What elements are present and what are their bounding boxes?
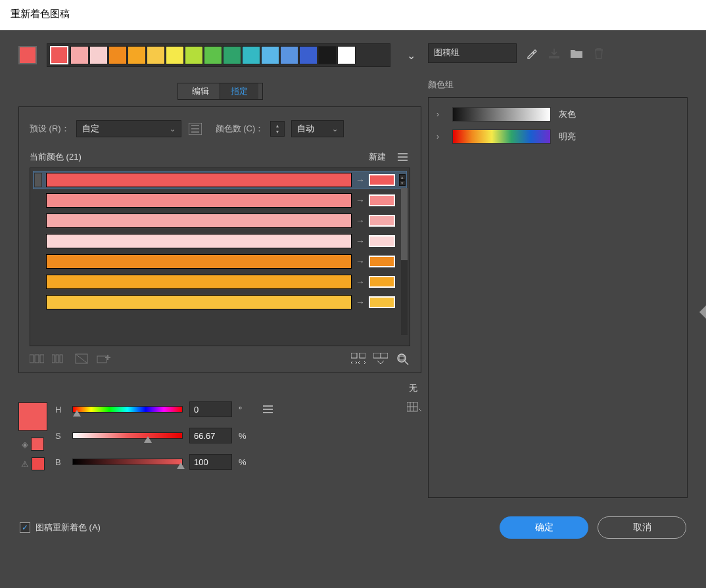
color-group-item[interactable]: ›明亮 xyxy=(434,125,682,148)
svg-rect-6 xyxy=(40,355,44,363)
color-groups-panel: ›灰色›明亮 xyxy=(428,97,688,498)
new-row-icon[interactable] xyxy=(97,353,111,365)
bri-input[interactable] xyxy=(189,454,232,470)
sat-slider[interactable] xyxy=(72,432,183,439)
separate-icon[interactable] xyxy=(351,353,365,365)
group-name: 明亮 xyxy=(559,131,576,143)
palette-swatch[interactable] xyxy=(108,46,127,64)
palette-swatch[interactable] xyxy=(166,46,184,64)
sort-lightness-icon[interactable] xyxy=(52,353,66,365)
expand-panel-icon[interactable] xyxy=(699,305,706,319)
row-handle[interactable] xyxy=(34,173,42,187)
color-mapping-row[interactable]: → xyxy=(33,252,407,271)
bri-unit: % xyxy=(239,457,247,467)
svg-line-11 xyxy=(76,354,87,363)
preset-select[interactable]: 自定⌄ xyxy=(76,120,181,137)
palette-swatch[interactable] xyxy=(318,46,337,64)
palette-swatch[interactable] xyxy=(89,46,108,64)
color-mapping-row[interactable]: → xyxy=(33,293,407,311)
ok-button[interactable]: 确定 xyxy=(500,516,588,539)
palette-swatch[interactable] xyxy=(50,46,68,64)
from-color-bar[interactable] xyxy=(46,275,352,289)
palette-swatch[interactable] xyxy=(242,46,260,64)
palette-dropdown[interactable]: ⌄ xyxy=(400,43,421,67)
to-color-chip[interactable] xyxy=(369,276,395,288)
color-mapping-row[interactable]: → xyxy=(33,273,407,291)
arrow-icon: → xyxy=(356,277,365,287)
color-mapping-row[interactable]: → xyxy=(33,191,407,210)
to-color-chip[interactable] xyxy=(369,174,395,186)
colorcount-stepper[interactable]: ▴▾ xyxy=(270,121,285,137)
cancel-button[interactable]: 取消 xyxy=(598,516,686,539)
hsb-menu-icon[interactable] xyxy=(260,403,275,416)
color-group-item[interactable]: ›灰色 xyxy=(434,103,682,125)
palette-swatch[interactable] xyxy=(299,46,318,64)
artwork-palette[interactable] xyxy=(47,43,390,67)
new-column-label: 新建 xyxy=(369,151,386,163)
from-color-bar[interactable] xyxy=(46,254,352,269)
svg-rect-12 xyxy=(97,356,106,363)
sat-label: S xyxy=(55,431,66,441)
arrow-icon: → xyxy=(356,215,365,226)
hue-slider[interactable] xyxy=(72,406,183,413)
from-color-bar[interactable] xyxy=(46,214,352,228)
svg-rect-5 xyxy=(35,355,39,363)
sort-hue-icon[interactable] xyxy=(30,353,44,365)
tab-edit[interactable]: 编辑 xyxy=(181,83,220,99)
bri-slider[interactable] xyxy=(72,459,183,465)
arrow-icon: → xyxy=(356,236,365,246)
palette-swatch[interactable] xyxy=(223,46,241,64)
eyedropper-icon[interactable] xyxy=(525,46,539,60)
palette-swatch[interactable] xyxy=(185,46,203,64)
artwork-group-field[interactable]: 图稿组 xyxy=(428,43,517,63)
svg-rect-4 xyxy=(30,355,34,363)
svg-rect-16 xyxy=(360,353,365,358)
palette-swatch[interactable] xyxy=(337,46,356,64)
chip-stepper[interactable]: ▴▾ xyxy=(399,174,406,186)
websafe-swatch[interactable] xyxy=(31,438,44,451)
swatches-grid-icon[interactable] xyxy=(407,402,421,413)
to-color-chip[interactable] xyxy=(369,194,395,206)
to-color-chip[interactable] xyxy=(369,296,395,308)
list-scrollbar[interactable] xyxy=(401,188,408,335)
sat-input[interactable] xyxy=(189,428,232,443)
svg-rect-7 xyxy=(52,355,55,363)
from-color-bar[interactable] xyxy=(46,173,352,187)
merge-icon[interactable] xyxy=(373,353,388,365)
tab-assign[interactable]: 指定 xyxy=(220,83,258,99)
folder-icon[interactable] xyxy=(569,46,584,60)
hue-label: H xyxy=(55,405,66,415)
palette-swatch[interactable] xyxy=(147,46,165,64)
palette-swatch[interactable] xyxy=(280,46,298,64)
group-name: 灰色 xyxy=(559,108,576,120)
assign-panel: 预设 (R)： 自定⌄ 颜色数 (C)： ▴▾ 自动⌄ 当前颜色 (21) 新建 xyxy=(18,106,421,373)
color-mapping-row[interactable]: → xyxy=(33,232,407,250)
from-color-bar[interactable] xyxy=(46,234,352,248)
list-menu-icon[interactable] xyxy=(395,150,410,164)
palette-swatch[interactable] xyxy=(128,46,146,64)
to-color-chip[interactable] xyxy=(369,235,395,247)
color-mapping-row[interactable]: →▴▾ xyxy=(33,171,407,189)
hue-input[interactable] xyxy=(189,401,232,417)
exclude-icon[interactable] xyxy=(74,353,89,365)
hue-unit: ° xyxy=(239,405,242,415)
to-color-chip[interactable] xyxy=(369,256,395,267)
preset-label: 预设 (R)： xyxy=(30,123,70,135)
find-icon[interactable] xyxy=(396,353,410,365)
palette-swatch[interactable] xyxy=(70,46,89,64)
palette-swatch[interactable] xyxy=(261,46,279,64)
colorcount-select[interactable]: 自动⌄ xyxy=(291,120,344,137)
gamut-swatch[interactable] xyxy=(32,457,45,470)
preset-options-icon[interactable] xyxy=(188,122,202,136)
palette-swatch[interactable] xyxy=(204,46,222,64)
arrow-icon: → xyxy=(356,297,365,307)
from-color-bar[interactable] xyxy=(46,295,352,309)
from-color-bar[interactable] xyxy=(46,193,352,208)
recolor-artwork-checkbox[interactable]: ✓ 图稿重新着色 (A) xyxy=(20,522,101,533)
arrow-icon: → xyxy=(356,195,365,206)
chevron-right-icon: › xyxy=(436,132,444,141)
color-mapping-row[interactable]: → xyxy=(33,212,407,230)
to-color-chip[interactable] xyxy=(369,215,395,227)
current-color-swatch[interactable] xyxy=(18,402,47,431)
active-swatch[interactable] xyxy=(18,46,37,64)
